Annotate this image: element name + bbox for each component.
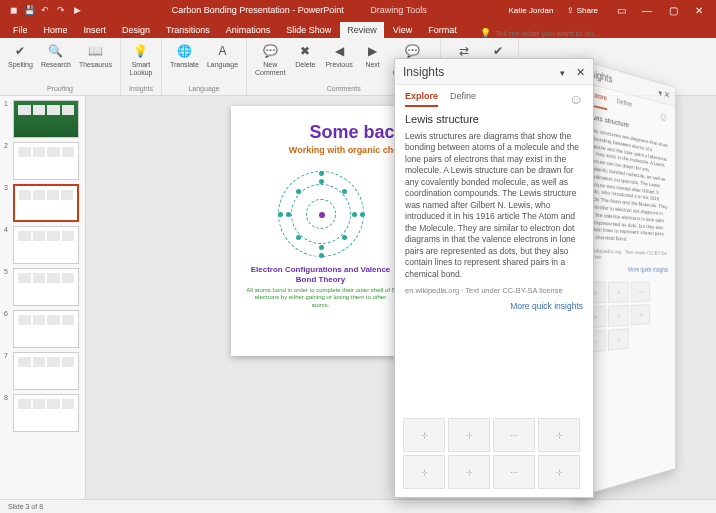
ribbon-group-label: Proofing (6, 85, 114, 93)
insights-image-thumb[interactable]: ⊹ (403, 455, 445, 489)
maximize-icon[interactable]: ▢ (662, 5, 684, 16)
window-title: Carbon Bonding Presentation - PowerPoint… (90, 5, 508, 15)
previous-icon: ◀ (331, 43, 347, 59)
tab-review[interactable]: Review (340, 22, 384, 38)
ribbon-group-proofing: ✔Spelling🔍Research📖ThesaurusProofing (0, 38, 121, 95)
delete-icon: ✖ (297, 43, 313, 59)
lightbulb-icon: 💡 (480, 28, 491, 38)
insights-dropdown-icon[interactable]: ▾ (560, 68, 565, 78)
tab-slideshow[interactable]: Slide Show (279, 22, 338, 38)
thesaurus-icon: 📖 (87, 43, 103, 59)
next-button[interactable]: ▶Next (359, 42, 387, 70)
account-name[interactable]: Katie Jordan (508, 6, 553, 15)
insights-pane[interactable]: Insights ▾ ✕ Explore Define ☺ Lewis stru… (394, 58, 594, 498)
save-icon[interactable]: 💾 (24, 5, 34, 15)
col1-title[interactable]: Electron Configurations and Valence Bond… (245, 265, 396, 284)
insights-image-thumb[interactable]: ⋯ (493, 455, 535, 489)
ribbon-group-label: Insights (127, 85, 155, 93)
tab-design[interactable]: Design (115, 22, 157, 38)
accept-icon: ✔ (490, 43, 506, 59)
insights-image-thumb[interactable]: ⊹ (403, 418, 445, 452)
tell-me-search[interactable]: 💡 (466, 28, 710, 38)
insights-close-icon[interactable]: ✕ (576, 66, 585, 78)
slide-thumb-4[interactable]: 4 (4, 226, 81, 264)
insights-more-link[interactable]: More quick insights (405, 301, 583, 311)
share-button[interactable]: ⇪ Share (567, 6, 598, 15)
research-button[interactable]: 🔍Research (39, 42, 73, 70)
slide-thumb-2[interactable]: 2 (4, 142, 81, 180)
slide-thumb-6[interactable]: 6 (4, 310, 81, 348)
slide-thumb-7[interactable]: 7 (4, 352, 81, 390)
slide-indicator: Slide 3 of 8 (8, 503, 43, 510)
tab-animations[interactable]: Animations (219, 22, 278, 38)
insights-source: en.wikipedia.org · Text under CC-BY-SA l… (405, 286, 583, 295)
spelling-icon: ✔ (12, 43, 28, 59)
slide-thumb-1[interactable]: 1 (4, 100, 81, 138)
ribbon-group-label: Language (168, 85, 240, 93)
redo-icon[interactable]: ↷ (56, 5, 66, 15)
slide-col-left: Electron Configurations and Valence Bond… (245, 169, 396, 309)
thesaurus-button[interactable]: 📖Thesaurus (77, 42, 114, 70)
feedback-smiley-icon[interactable]: ☺ (569, 91, 583, 107)
tab-transitions[interactable]: Transitions (159, 22, 217, 38)
tab-file[interactable]: File (6, 22, 35, 38)
ribbon-group-insights: 💡SmartLookupInsights (121, 38, 162, 95)
minimize-icon[interactable]: — (636, 5, 658, 16)
insights-body: Lewis structures are diagrams that show … (405, 131, 583, 280)
compare-icon: ⇄ (456, 43, 472, 59)
quick-access-toolbar: ◼ 💾 ↶ ↷ ▶ (0, 5, 90, 15)
ribbon-tabs: File Home Insert Design Transitions Anim… (0, 20, 716, 38)
slide-thumb-5[interactable]: 5 (4, 268, 81, 306)
insights-tab-explore[interactable]: Explore (405, 91, 438, 107)
insights-image-thumb[interactable]: ⊹ (448, 455, 490, 489)
status-bar: Slide 3 of 8 (0, 499, 716, 513)
insights-tab-define[interactable]: Define (450, 91, 476, 107)
tab-format[interactable]: Format (421, 22, 464, 38)
col1-desc[interactable]: All atoms bond in order to complete thei… (245, 287, 396, 309)
insights-image-thumb[interactable]: ⊹ (538, 418, 580, 452)
delete-button[interactable]: ✖Delete (291, 42, 319, 70)
start-slideshow-icon[interactable]: ▶ (72, 5, 82, 15)
research-icon: 🔍 (48, 43, 64, 59)
slide-thumb-8[interactable]: 8 (4, 394, 81, 432)
language-button[interactable]: ALanguage (205, 42, 240, 70)
insights-image-results: ⊹ ⊹ ⋯ ⊹ ⊹ ⊹ ⋯ ⊹ (395, 414, 593, 497)
translate-icon: 🌐 (176, 43, 192, 59)
tab-insert[interactable]: Insert (77, 22, 114, 38)
next-icon: ▶ (365, 43, 381, 59)
undo-icon[interactable]: ↶ (40, 5, 50, 15)
language-icon: A (214, 43, 230, 59)
tab-view[interactable]: View (386, 22, 419, 38)
insights-image-thumb[interactable]: ⊹ (448, 418, 490, 452)
insights-title: Insights (403, 65, 444, 79)
spelling-button[interactable]: ✔Spelling (6, 42, 35, 70)
slide-thumb-3[interactable]: 3 (4, 184, 81, 222)
ribbon-group-language: 🌐TranslateALanguageLanguage (162, 38, 247, 95)
close-icon[interactable]: ✕ (688, 5, 710, 16)
tab-home[interactable]: Home (37, 22, 75, 38)
title-bar: ◼ 💾 ↶ ↷ ▶ Carbon Bonding Presentation - … (0, 0, 716, 20)
new-comment-icon: 💬 (262, 43, 278, 59)
tell-me-input[interactable] (495, 29, 615, 38)
smart-lookup-button[interactable]: 💡SmartLookup (127, 42, 155, 77)
ppt-icon: ◼ (8, 5, 18, 15)
slide-thumbnails-panel[interactable]: 12345678 (0, 96, 86, 499)
ribbon-options-icon[interactable]: ▭ (610, 5, 632, 16)
atom-diagram[interactable] (276, 169, 366, 259)
insights-image-thumb[interactable]: ⊹ (538, 455, 580, 489)
smart-lookup-icon: 💡 (133, 43, 149, 59)
insights-heading: Lewis structure (405, 113, 583, 125)
powerpoint-window: ◼ 💾 ↶ ↷ ▶ Carbon Bonding Presentation - … (0, 0, 716, 513)
new-comment-button[interactable]: 💬NewComment (253, 42, 287, 77)
show-comments-icon: 💬 (405, 43, 421, 59)
previous-button[interactable]: ◀Previous (323, 42, 354, 70)
insights-image-thumb[interactable]: ⋯ (493, 418, 535, 452)
translate-button[interactable]: 🌐Translate (168, 42, 201, 70)
